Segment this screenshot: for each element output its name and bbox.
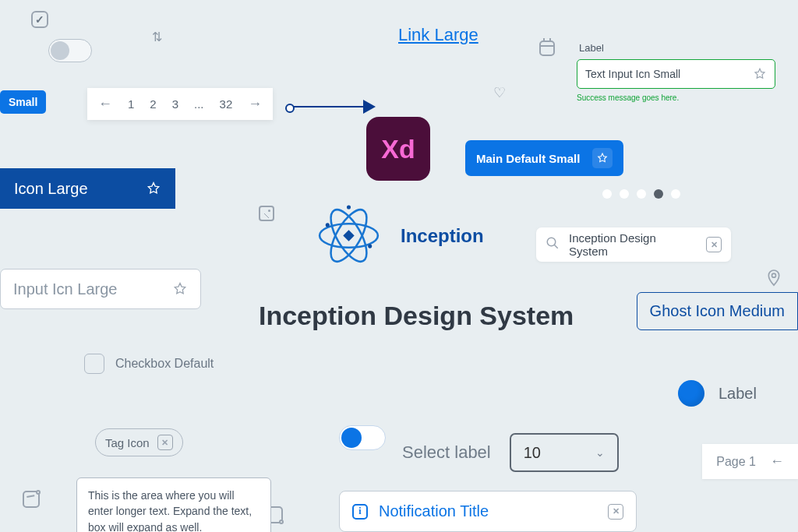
svg-line-8 bbox=[554, 245, 558, 248]
textarea[interactable]: This is the area where you will enter lo… bbox=[76, 477, 271, 532]
pagination-page[interactable]: 3 bbox=[172, 97, 178, 111]
search-value: Inception Design System bbox=[569, 231, 697, 258]
brand-label: Inception bbox=[401, 225, 484, 247]
notification: i Notification Title ✕ bbox=[339, 491, 637, 532]
search-field[interactable]: Inception Design System ✕ bbox=[536, 227, 731, 262]
headline: Inception Design System bbox=[259, 301, 574, 331]
button-label: Icon Large bbox=[14, 180, 88, 198]
close-icon[interactable]: ✕ bbox=[157, 435, 173, 450]
input-placeholder: Input Icn Large bbox=[13, 280, 117, 298]
tag-chip[interactable]: Tag Icon ✕ bbox=[95, 428, 183, 456]
field-label: Label bbox=[579, 42, 604, 54]
carousel-dots bbox=[602, 189, 680, 199]
legend-label: Label bbox=[719, 385, 757, 403]
toggle-knob bbox=[341, 428, 362, 448]
carousel-dot[interactable] bbox=[602, 189, 612, 199]
search-icon bbox=[546, 236, 560, 253]
text-input-value: Text Input Icn Small bbox=[585, 68, 747, 80]
carousel-dot-active[interactable] bbox=[654, 189, 663, 199]
small-button[interactable]: Small bbox=[0, 90, 46, 114]
pagination: ← 1 2 3 ... 32 → bbox=[87, 88, 273, 120]
select-box[interactable]: 10 ⌄ bbox=[510, 433, 619, 472]
star-icon bbox=[146, 181, 161, 196]
legend-dot bbox=[678, 380, 704, 407]
heart-icon[interactable]: ♡ bbox=[493, 84, 506, 101]
link-large[interactable]: Link Large bbox=[398, 25, 478, 45]
star-icon bbox=[592, 148, 613, 168]
star-icon bbox=[753, 67, 767, 81]
svg-point-5 bbox=[368, 245, 372, 248]
checkbox-default[interactable] bbox=[84, 354, 104, 374]
ghost-icon-medium-button[interactable]: Ghost Icon Medium bbox=[637, 292, 798, 330]
pagination-page[interactable]: 32 bbox=[220, 97, 233, 111]
page-label: Page 1 bbox=[716, 455, 756, 469]
carousel-dot[interactable] bbox=[671, 189, 680, 199]
checkbox-label: Checkbox Default bbox=[115, 357, 214, 371]
page-prev[interactable]: ← bbox=[770, 453, 784, 470]
carousel-dot[interactable] bbox=[637, 189, 646, 199]
svg-point-6 bbox=[347, 205, 351, 209]
image-icon[interactable] bbox=[259, 206, 274, 221]
page-stepper: Page 1 ← bbox=[702, 444, 798, 479]
svg-point-9 bbox=[772, 273, 776, 277]
icon-large-button[interactable]: Icon Large bbox=[0, 168, 175, 209]
star-icon bbox=[172, 281, 188, 297]
carousel-dot[interactable] bbox=[620, 189, 629, 199]
input-icon-large[interactable]: Input Icn Large bbox=[0, 269, 201, 309]
pagination-page[interactable]: 2 bbox=[150, 97, 156, 111]
success-message: Success message goes here. bbox=[577, 93, 775, 102]
toggle-on[interactable] bbox=[339, 425, 386, 450]
chevron-down-icon: ⌄ bbox=[595, 446, 605, 459]
svg-point-7 bbox=[547, 238, 556, 246]
checkbox-checked[interactable] bbox=[31, 11, 48, 28]
calendar-icon[interactable] bbox=[539, 41, 555, 56]
location-pin-icon[interactable] bbox=[766, 269, 782, 291]
close-icon[interactable]: ✕ bbox=[608, 504, 623, 520]
pagination-ellipsis: ... bbox=[194, 97, 204, 111]
pagination-page[interactable]: 1 bbox=[128, 97, 134, 111]
clear-icon[interactable]: ✕ bbox=[706, 237, 722, 252]
tag-label: Tag Icon bbox=[105, 436, 150, 449]
chart-card-icon[interactable] bbox=[23, 491, 40, 508]
pagination-prev[interactable]: ← bbox=[98, 96, 112, 112]
text-input-success[interactable]: Text Input Icn Small bbox=[577, 59, 775, 89]
toggle-knob bbox=[51, 41, 69, 60]
select-label: Select label bbox=[402, 442, 491, 463]
svg-rect-3 bbox=[343, 230, 354, 241]
notification-title: Notification Title bbox=[379, 502, 597, 520]
pagination-next[interactable]: → bbox=[248, 96, 262, 112]
svg-point-4 bbox=[326, 223, 330, 227]
toggle-off[interactable] bbox=[48, 39, 92, 62]
info-icon: i bbox=[352, 504, 368, 520]
button-label: Main Default Small bbox=[476, 152, 580, 165]
arrow-icon bbox=[288, 106, 366, 107]
sort-icon[interactable]: ⇅ bbox=[152, 30, 162, 44]
xd-logo: Xd bbox=[366, 117, 430, 181]
main-default-small-button[interactable]: Main Default Small bbox=[465, 140, 623, 176]
atom-icon bbox=[316, 203, 382, 269]
select-value: 10 bbox=[524, 444, 541, 462]
